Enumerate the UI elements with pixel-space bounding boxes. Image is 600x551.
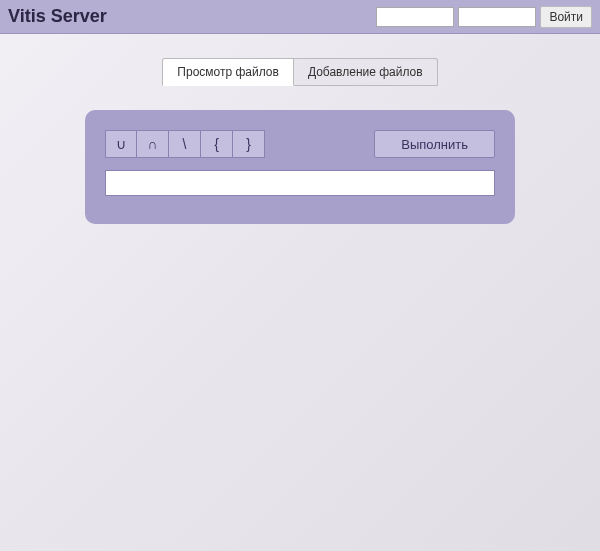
- app-title: Vitis Server: [8, 6, 376, 27]
- open-brace-button[interactable]: {: [201, 130, 233, 158]
- login-button[interactable]: Войти: [540, 6, 592, 28]
- query-panel: ∪ ∩ \ { } Выполнить: [85, 110, 515, 224]
- tab-add-files[interactable]: Добавление файлов: [294, 58, 438, 86]
- intersection-button[interactable]: ∩: [137, 130, 169, 158]
- execute-button[interactable]: Выполнить: [374, 130, 495, 158]
- toolbar-row: ∪ ∩ \ { } Выполнить: [105, 130, 495, 158]
- query-input[interactable]: [105, 170, 495, 196]
- union-button[interactable]: ∪: [105, 130, 137, 158]
- username-input[interactable]: [376, 7, 454, 27]
- close-brace-button[interactable]: }: [233, 130, 265, 158]
- header-bar: Vitis Server Войти: [0, 0, 600, 34]
- spacer: [265, 130, 374, 158]
- password-input[interactable]: [458, 7, 536, 27]
- backslash-button[interactable]: \: [169, 130, 201, 158]
- login-box: Войти: [376, 6, 592, 28]
- tabs: Просмотр файлов Добавление файлов: [0, 58, 600, 86]
- symbol-buttons: ∪ ∩ \ { }: [105, 130, 265, 158]
- tab-view-files[interactable]: Просмотр файлов: [162, 58, 294, 86]
